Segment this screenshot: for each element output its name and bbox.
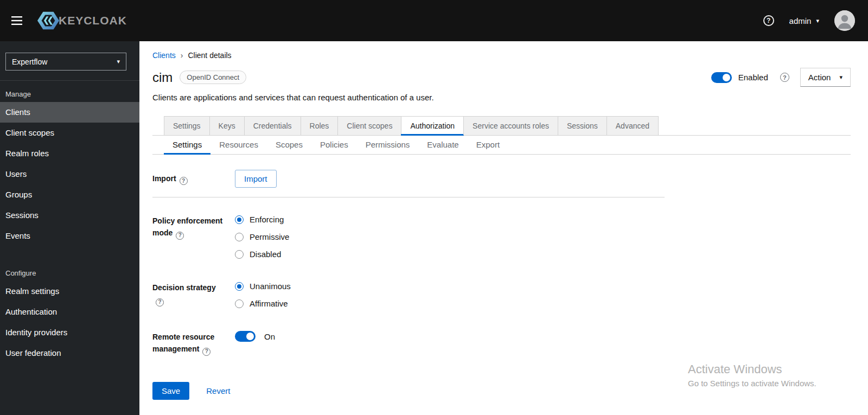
avatar[interactable] bbox=[834, 10, 855, 31]
decision-strategy-label-text: Decision strategy bbox=[152, 283, 216, 292]
sidebar-item-sessions[interactable]: Sessions bbox=[0, 205, 139, 226]
help-icon[interactable]: ? bbox=[156, 298, 164, 307]
import-row: Import? Import bbox=[152, 170, 851, 188]
radio-affirmative-icon bbox=[235, 299, 244, 308]
main-content: Clients › Client details cim OpenID Conn… bbox=[139, 41, 868, 415]
subtab-settings[interactable]: Settings bbox=[164, 136, 210, 154]
hamburger-icon bbox=[11, 16, 22, 25]
radio-unanimous-label: Unanimous bbox=[250, 282, 291, 291]
sidebar-item-clients[interactable]: Clients bbox=[0, 102, 139, 123]
nav-section-manage: Manage bbox=[0, 81, 139, 102]
subtab-permissions[interactable]: Permissions bbox=[357, 136, 419, 154]
radio-affirmative-label: Affirmative bbox=[250, 299, 288, 308]
menu-icon[interactable] bbox=[9, 12, 25, 29]
breadcrumb-current: Client details bbox=[188, 51, 231, 60]
decision-strategy-row: Decision strategy? Unanimous Affirmative bbox=[152, 282, 851, 316]
form-divider bbox=[152, 197, 665, 197]
realm-selector[interactable]: Expertflow ▾ bbox=[5, 53, 126, 71]
help-icon[interactable]: ? bbox=[780, 73, 789, 82]
radio-disabled-label: Disabled bbox=[250, 250, 281, 259]
sidebar-item-realm-settings[interactable]: Realm settings bbox=[0, 281, 139, 302]
keycloak-logo[interactable]: KEYCLOAK bbox=[37, 9, 127, 32]
policy-enforcement-mode-row: Policy enforcement mode? Enforcing Permi… bbox=[152, 215, 851, 267]
chevron-down-icon: ▾ bbox=[117, 59, 120, 65]
sidebar-item-identity-providers[interactable]: Identity providers bbox=[0, 322, 139, 343]
page-header: cim OpenID Connect Enabled ? Action ▾ bbox=[152, 68, 851, 87]
brand-wordmark: KEYCLOAK bbox=[59, 14, 127, 27]
help-icon[interactable]: ? bbox=[202, 348, 210, 356]
toggle-state-label: On bbox=[264, 332, 275, 341]
page-description: Clients are applications and services th… bbox=[152, 93, 851, 102]
subtab-policies[interactable]: Policies bbox=[311, 136, 357, 154]
form-actions: Save Revert bbox=[152, 382, 851, 400]
decision-strategy-options: Unanimous Affirmative bbox=[235, 282, 291, 316]
sidebar-item-user-federation[interactable]: User federation bbox=[0, 343, 139, 363]
protocol-badge: OpenID Connect bbox=[180, 71, 246, 84]
revert-button[interactable]: Revert bbox=[206, 386, 230, 395]
nav-section-configure: Configure bbox=[0, 246, 139, 281]
authorization-subtabs: Settings Resources Scopes Policies Permi… bbox=[152, 136, 851, 155]
decision-strategy-label: Decision strategy? bbox=[152, 282, 235, 307]
remote-resource-management-row: Remote resource management? On bbox=[152, 331, 851, 356]
tab-service-accounts-roles[interactable]: Service accounts roles bbox=[463, 116, 558, 135]
breadcrumb-separator-icon: › bbox=[181, 51, 183, 60]
sidebar-item-users[interactable]: Users bbox=[0, 164, 139, 184]
username: admin bbox=[789, 16, 812, 25]
subtab-evaluate[interactable]: Evaluate bbox=[418, 136, 467, 154]
tab-settings[interactable]: Settings bbox=[164, 116, 209, 135]
tabs-spacer bbox=[152, 116, 164, 135]
body-row: Expertflow ▾ Manage Clients Client scope… bbox=[0, 41, 868, 415]
enabled-label: Enabled bbox=[738, 73, 768, 82]
help-icon[interactable]: ? bbox=[763, 15, 774, 26]
remote-resource-management-field: On bbox=[235, 331, 275, 342]
enabled-toggle[interactable] bbox=[711, 72, 732, 83]
subtab-export[interactable]: Export bbox=[468, 136, 508, 154]
tab-advanced[interactable]: Advanced bbox=[607, 116, 659, 135]
policy-enforcement-mode-label-text: Policy enforcement mode bbox=[152, 216, 222, 237]
sidebar: Expertflow ▾ Manage Clients Client scope… bbox=[0, 41, 139, 415]
tab-credentials[interactable]: Credentials bbox=[244, 116, 301, 135]
tab-authorization[interactable]: Authorization bbox=[401, 116, 463, 135]
realm-selector-value: Expertflow bbox=[12, 58, 47, 66]
radio-option-permissive[interactable]: Permissive bbox=[235, 232, 289, 241]
sidebar-item-groups[interactable]: Groups bbox=[0, 184, 139, 205]
sidebar-item-realm-roles[interactable]: Realm roles bbox=[0, 143, 139, 164]
action-dropdown-button[interactable]: Action ▾ bbox=[800, 68, 851, 87]
remote-resource-management-label: Remote resource management? bbox=[152, 331, 235, 356]
header-controls: Enabled ? Action ▾ bbox=[711, 68, 851, 87]
help-icon[interactable]: ? bbox=[180, 177, 188, 185]
authorization-settings-form: Import? Import Policy enforcement mode? … bbox=[152, 170, 851, 400]
radio-disabled-icon bbox=[235, 250, 244, 259]
page-title: cim bbox=[152, 70, 173, 85]
tab-sessions[interactable]: Sessions bbox=[558, 116, 607, 135]
action-dropdown-label: Action bbox=[808, 73, 831, 82]
top-bar: KEYCLOAK ? admin ▾ bbox=[0, 0, 868, 41]
import-button[interactable]: Import bbox=[235, 170, 277, 188]
radio-option-enforcing[interactable]: Enforcing bbox=[235, 215, 289, 224]
sidebar-item-events[interactable]: Events bbox=[0, 226, 139, 246]
tab-keys[interactable]: Keys bbox=[209, 116, 244, 135]
breadcrumb-clients-link[interactable]: Clients bbox=[152, 51, 176, 60]
radio-enforcing-label: Enforcing bbox=[250, 215, 284, 224]
policy-enforcement-mode-options: Enforcing Permissive Disabled bbox=[235, 215, 289, 267]
tab-client-scopes[interactable]: Client scopes bbox=[337, 116, 401, 135]
help-icon[interactable]: ? bbox=[176, 232, 184, 240]
sidebar-item-authentication[interactable]: Authentication bbox=[0, 302, 139, 322]
tab-roles[interactable]: Roles bbox=[301, 116, 338, 135]
radio-enforcing-icon bbox=[235, 215, 244, 224]
subtab-resources[interactable]: Resources bbox=[210, 136, 267, 154]
sidebar-item-client-scopes[interactable]: Client scopes bbox=[0, 123, 139, 143]
user-menu[interactable]: admin ▾ bbox=[789, 16, 819, 25]
policy-enforcement-mode-label: Policy enforcement mode? bbox=[152, 215, 235, 240]
chevron-down-icon: ▾ bbox=[839, 74, 843, 80]
chevron-down-icon: ▾ bbox=[816, 18, 819, 24]
remote-resource-management-toggle[interactable] bbox=[235, 331, 256, 342]
radio-option-unanimous[interactable]: Unanimous bbox=[235, 282, 291, 291]
save-button[interactable]: Save bbox=[152, 382, 189, 400]
realm-selector-wrap: Expertflow ▾ bbox=[0, 41, 139, 81]
subtab-scopes[interactable]: Scopes bbox=[267, 136, 311, 154]
topbar-actions: ? admin ▾ bbox=[763, 10, 855, 31]
radio-option-affirmative[interactable]: Affirmative bbox=[235, 299, 291, 308]
radio-option-disabled[interactable]: Disabled bbox=[235, 250, 289, 259]
radio-permissive-label: Permissive bbox=[250, 232, 289, 241]
